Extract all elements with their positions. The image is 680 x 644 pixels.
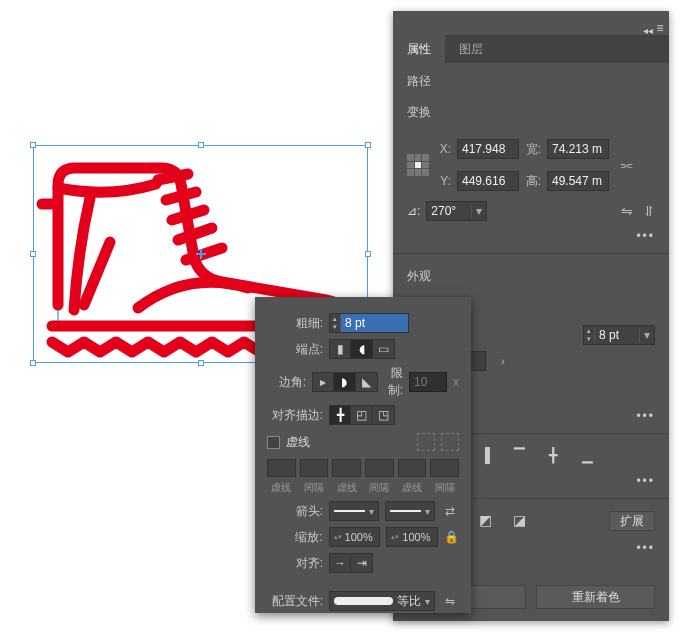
dashed-checkbox[interactable] — [267, 436, 280, 449]
align-top-icon[interactable]: ▔ — [509, 446, 529, 464]
dashed-label: 虚线 — [286, 434, 310, 451]
appearance-heading: 外观 — [393, 258, 669, 289]
handle-mid-right[interactable] — [365, 251, 371, 257]
profile-flip-icon[interactable]: ⇋ — [441, 594, 459, 608]
divider — [393, 253, 669, 254]
transform-heading: 变换 — [393, 94, 669, 125]
weight-input[interactable] — [341, 314, 408, 332]
dash-col3: 虚线 — [398, 481, 427, 495]
x-input[interactable] — [457, 139, 519, 159]
cap-label: 端点: — [267, 341, 323, 358]
flip-vertical-icon[interactable]: ⥯ — [643, 203, 655, 219]
handle-top-right[interactable] — [365, 142, 371, 148]
handle-bottom-mid[interactable] — [198, 360, 204, 366]
dash-align-icon[interactable] — [441, 433, 459, 451]
gap3-input[interactable] — [430, 459, 459, 477]
stroke-weight-stepper[interactable]: ▴▾ ▾ — [583, 325, 655, 345]
weight-label: 粗细: — [267, 315, 323, 332]
dash1-input[interactable] — [267, 459, 296, 477]
handle-bottom-left[interactable] — [30, 360, 36, 366]
reference-point-grid[interactable] — [407, 154, 429, 176]
dash-preserve-icon[interactable] — [417, 433, 435, 451]
gap1-input[interactable] — [300, 459, 329, 477]
gap2-input[interactable] — [365, 459, 394, 477]
tab-layers[interactable]: 图层 — [445, 35, 497, 63]
cap-round-icon[interactable]: ◖ — [351, 339, 373, 359]
x-label: X: — [435, 142, 451, 156]
gap-col2: 间隔 — [365, 481, 394, 495]
dash3-input[interactable] — [398, 459, 427, 477]
align-stroke-outside-icon[interactable]: ◳ — [373, 405, 395, 425]
align-right-icon[interactable]: ▐ — [475, 446, 495, 464]
dash2-input[interactable] — [332, 459, 361, 477]
stroke-panel: 粗细: ▴▾ 端点: ▮ ◖ ▭ 边角: ▸ ◗ ◣ 限制: x 对齐描边: ╋… — [255, 297, 471, 613]
width-label: 宽: — [525, 141, 541, 158]
handle-top-mid[interactable] — [198, 142, 204, 148]
panel-tabs: 属性 图层 — [393, 35, 669, 63]
cap-butt-icon[interactable]: ▮ — [329, 339, 351, 359]
dash-grid — [267, 459, 459, 477]
scale-link-icon[interactable]: 🔒 — [444, 530, 459, 544]
limit-input[interactable] — [409, 372, 447, 392]
cap-projecting-icon[interactable]: ▭ — [373, 339, 395, 359]
profile-select[interactable]: 等比 ▾ — [329, 591, 435, 611]
angle-dropdown-icon[interactable]: ▾ — [471, 204, 486, 218]
stroke-weight-input[interactable] — [595, 328, 639, 342]
tab-properties[interactable]: 属性 — [393, 35, 445, 63]
opacity-more-icon[interactable]: › — [494, 352, 512, 370]
profile-label: 配置文件: — [267, 593, 323, 610]
gap-col3: 间隔 — [430, 481, 459, 495]
object-type-label: 路径 — [393, 63, 669, 94]
pathfinder-intersect-icon[interactable]: ◩ — [475, 511, 495, 529]
corner-label: 边角: — [267, 374, 306, 391]
rotate-angle-field[interactable]: ▾ — [426, 201, 487, 221]
pathfinder-exclude-icon[interactable]: ◪ — [509, 511, 529, 529]
align-stroke-label: 对齐描边: — [267, 407, 323, 424]
scale-end-input[interactable]: ▴▾100% — [386, 527, 438, 547]
width-input[interactable] — [547, 139, 609, 159]
corner-miter-icon[interactable]: ▸ — [312, 372, 334, 392]
recolor-button[interactable]: 重新着色 — [536, 585, 655, 609]
swap-arrows-icon[interactable]: ⇄ — [441, 504, 459, 518]
arrow-align-path-icon[interactable]: ⇥ — [351, 553, 373, 573]
y-label: Y: — [435, 174, 451, 188]
flip-horizontal-icon[interactable]: ⇋ — [621, 203, 633, 219]
panel-collapse-icon[interactable]: ◂◂ — [643, 25, 653, 36]
angle-label: ⊿: — [407, 204, 420, 218]
height-input[interactable] — [547, 171, 609, 191]
transform-more-icon[interactable]: ••• — [393, 227, 669, 249]
y-input[interactable] — [457, 171, 519, 191]
weight-stepper[interactable]: ▴▾ — [329, 313, 409, 333]
arrow-start-select[interactable]: ▾ — [329, 501, 379, 521]
align-bottom-icon[interactable]: ▁ — [577, 446, 597, 464]
handle-mid-left[interactable] — [30, 251, 36, 257]
corner-round-icon[interactable]: ◗ — [334, 372, 356, 392]
limit-label: 限制: — [384, 365, 403, 399]
transform-section: X: Y: 宽: 高: ⫘ ⊿: — [393, 125, 669, 227]
gap-col1: 间隔 — [300, 481, 329, 495]
arrow-label: 箭头: — [267, 503, 323, 520]
arrow-end-select[interactable]: ▾ — [385, 501, 435, 521]
height-label: 高: — [525, 173, 541, 190]
align-arrow-label: 对齐: — [267, 555, 323, 572]
rotate-angle-input[interactable] — [427, 204, 471, 218]
constrain-proportions-icon[interactable]: ⫘ — [615, 153, 637, 177]
selection-center — [196, 249, 206, 259]
panel-menu-icon[interactable]: ≡ — [653, 21, 667, 35]
profile-text: 等比 — [397, 593, 421, 610]
scale-label: 缩放: — [267, 529, 323, 546]
corner-bevel-icon[interactable]: ◣ — [356, 372, 378, 392]
arrow-align-tip-icon[interactable]: → — [329, 553, 351, 573]
handle-top-left[interactable] — [30, 142, 36, 148]
expand-button[interactable]: 扩展 — [609, 511, 655, 531]
dash-col2: 虚线 — [332, 481, 361, 495]
scale-start-input[interactable]: ▴▾100% — [329, 527, 381, 547]
align-stroke-center-icon[interactable]: ╋ — [329, 405, 351, 425]
stroke-weight-dropdown-icon[interactable]: ▾ — [639, 328, 654, 342]
dash-col1: 虚线 — [267, 481, 296, 495]
align-vcenter-icon[interactable]: ╋ — [543, 446, 563, 464]
align-stroke-inside-icon[interactable]: ◰ — [351, 405, 373, 425]
